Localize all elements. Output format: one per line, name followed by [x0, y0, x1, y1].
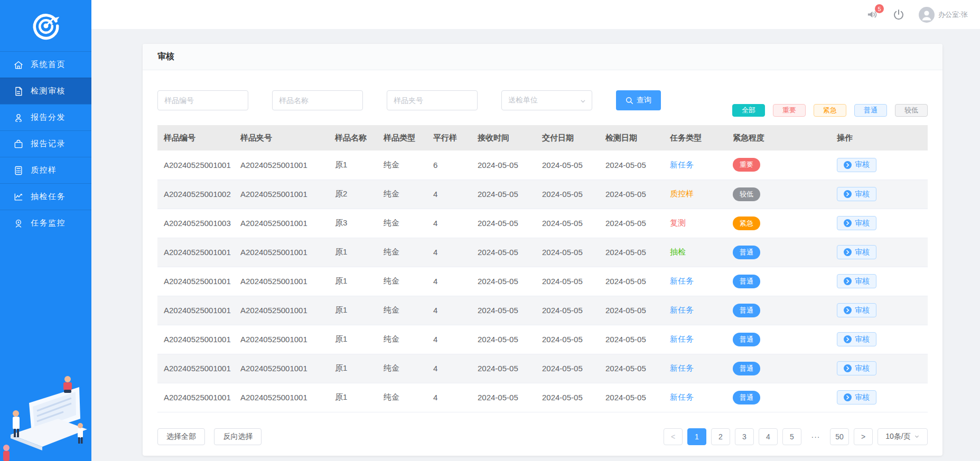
audit-button[interactable]: 审核	[837, 187, 876, 201]
next-page-button[interactable]: >	[854, 428, 873, 445]
cell-parallel: 4	[433, 277, 437, 286]
cell-deliver-date: 2024-05-05	[542, 393, 583, 402]
cell-sample-name: 原1	[335, 160, 347, 169]
app-logo[interactable]	[0, 0, 91, 51]
notification-badge: 5	[875, 4, 884, 13]
cell-folder-no: A20240525001001	[240, 277, 307, 286]
arrow-right-circle-icon	[844, 248, 852, 256]
cell-receive-date: 2024-05-05	[478, 393, 518, 402]
page-button-50[interactable]: 50	[830, 428, 849, 445]
col-actions: 操作	[830, 125, 928, 150]
urgency-badge: 普通	[733, 391, 760, 404]
page-button-2[interactable]: 2	[711, 428, 730, 445]
cell-folder-no: A20240525001001	[240, 393, 307, 402]
filter-tag-normal[interactable]: 普通	[854, 104, 887, 117]
sidebar-item-chart[interactable]: 抽检任务	[0, 183, 91, 210]
cell-sample-name: 原2	[335, 189, 347, 198]
urgency-badge: 紧急	[733, 217, 760, 230]
search-icon	[626, 97, 633, 105]
cell-folder-no: A20240525001001	[240, 364, 307, 373]
cell-receive-date: 2024-05-05	[478, 277, 518, 286]
cell-sample-no: A20240525001001	[164, 161, 231, 170]
selection-buttons: 选择全部 反向选择	[157, 428, 268, 445]
filter-tag-all[interactable]: 全部	[732, 104, 765, 117]
sidebar-item-box[interactable]: 报告记录	[0, 130, 91, 157]
chart-icon	[13, 192, 24, 202]
urgency-badge: 较低	[733, 187, 760, 201]
filter-tag-urgent[interactable]: 紧急	[814, 104, 846, 117]
audit-button[interactable]: 审核	[837, 158, 876, 172]
table-row: A20240525001002 A20240525001001 原2 纯金 4 …	[157, 180, 928, 209]
table-row: A20240525001001 A20240525001001 原1 纯金 4 …	[157, 354, 928, 383]
topbar: 5 办公室:张	[91, 0, 980, 29]
search-button-label: 查询	[637, 96, 651, 105]
page-button-4[interactable]: 4	[759, 428, 778, 445]
page-button-3[interactable]: 3	[735, 428, 754, 445]
user-menu[interactable]: 办公室:张	[919, 7, 980, 23]
sample-name-input[interactable]	[272, 90, 363, 110]
task-type-label: 抽检	[670, 247, 686, 256]
cell-sample-no: A20240525001001	[164, 277, 231, 286]
page-button-5[interactable]: 5	[782, 428, 801, 445]
cell-deliver-date: 2024-05-05	[542, 161, 583, 170]
audit-button[interactable]: 审核	[837, 216, 876, 230]
audit-button[interactable]: 审核	[837, 303, 876, 317]
cell-sample-name: 原1	[335, 247, 347, 256]
folder-no-input[interactable]	[387, 90, 478, 110]
notification-bell-button[interactable]: 5	[866, 8, 879, 21]
prev-page-button[interactable]: <	[664, 428, 683, 445]
col-task-type: 任务类型	[664, 125, 726, 150]
audit-button[interactable]: 审核	[837, 332, 876, 346]
filter-tag-low[interactable]: 较低	[895, 104, 928, 117]
cell-deliver-date: 2024-05-05	[542, 364, 583, 373]
task-type-label: 新任务	[670, 334, 694, 343]
document-icon	[13, 86, 24, 97]
page-ellipsis[interactable]: ···	[806, 428, 825, 445]
cell-parallel: 4	[433, 364, 437, 373]
cell-sample-type: 纯金	[384, 189, 399, 198]
cell-folder-no: A20240525001001	[240, 190, 307, 199]
task-type-label: 新任务	[670, 305, 694, 314]
filter-tag-important[interactable]: 重要	[773, 104, 806, 117]
cell-test-date: 2024-05-05	[605, 393, 646, 402]
cell-parallel: 6	[433, 161, 437, 170]
select-all-button[interactable]: 选择全部	[157, 428, 205, 445]
cell-sample-type: 纯金	[384, 218, 399, 227]
cell-receive-date: 2024-05-05	[478, 306, 518, 315]
cell-sample-type: 纯金	[384, 363, 399, 372]
col-folder-no: 样品夹号	[234, 125, 329, 150]
sidebar-item-home[interactable]: 系统首页	[0, 51, 91, 78]
sidebar-item-document[interactable]: 检测审核	[0, 78, 91, 104]
invert-selection-button[interactable]: 反向选择	[214, 428, 262, 445]
logout-power-button[interactable]	[892, 8, 905, 21]
cell-sample-name: 原1	[335, 276, 347, 285]
user-icon	[13, 112, 24, 123]
page-button-1[interactable]: 1	[687, 428, 706, 445]
cell-sample-name: 原1	[335, 392, 347, 401]
urgency-badge: 普通	[733, 362, 760, 375]
sidebar-item-user[interactable]: 报告分发	[0, 104, 91, 130]
cell-sample-type: 纯金	[384, 305, 399, 314]
unit-select[interactable]: 送检单位	[501, 90, 592, 110]
audit-button[interactable]: 审核	[837, 390, 876, 404]
cell-sample-type: 纯金	[384, 247, 399, 256]
avatar-icon	[919, 7, 935, 23]
cell-test-date: 2024-05-05	[605, 364, 646, 373]
audit-card: 审核 送检单位	[143, 44, 942, 456]
cell-receive-date: 2024-05-05	[478, 219, 518, 228]
sidebar-item-calculator[interactable]: 质控样	[0, 157, 91, 183]
col-sample-type: 样品类型	[377, 125, 427, 150]
audit-button[interactable]: 审核	[837, 361, 876, 375]
sample-no-input[interactable]	[157, 90, 248, 110]
cell-parallel: 4	[433, 393, 437, 402]
sidebar-item-monitor[interactable]: 任务监控	[0, 210, 91, 236]
audit-button[interactable]: 审核	[837, 274, 876, 288]
arrow-right-circle-icon	[844, 306, 852, 314]
cell-deliver-date: 2024-05-05	[542, 277, 583, 286]
cell-sample-type: 纯金	[384, 334, 399, 343]
audit-button[interactable]: 审核	[837, 245, 876, 259]
table-row: A20240525001001 A20240525001001 原1 纯金 6 …	[157, 150, 928, 180]
arrow-right-circle-icon	[844, 277, 852, 285]
page-size-select[interactable]: 10条/页	[878, 428, 928, 445]
search-button[interactable]: 查询	[616, 90, 661, 110]
